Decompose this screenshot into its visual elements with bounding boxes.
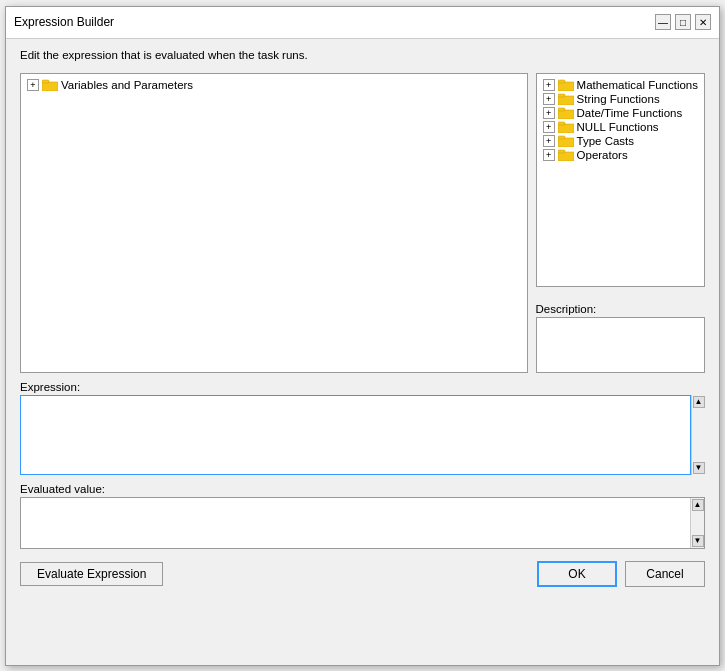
tree-item-null[interactable]: + NULL Functions (541, 120, 700, 134)
left-panel[interactable]: + Variables and Parameters (20, 73, 528, 373)
description-box (536, 317, 705, 373)
evaluated-scrollbar: ▲ ▼ (690, 498, 704, 548)
folder-icon-datetime (558, 107, 574, 119)
instructions-text: Edit the expression that is evaluated wh… (20, 49, 705, 61)
expression-textarea[interactable] (20, 395, 691, 475)
tree-label-typecasts: Type Casts (577, 135, 635, 147)
minimize-icon: — (658, 17, 668, 28)
panels-row: + Variables and Parameters + (20, 73, 705, 373)
minimize-button[interactable]: — (655, 14, 671, 30)
svg-rect-3 (558, 80, 565, 83)
expression-scrollbar: ▲ ▼ (691, 395, 705, 475)
folder-icon-math (558, 79, 574, 91)
expression-textarea-wrapper: ▲ ▼ (20, 395, 705, 475)
evaluated-scroll-down[interactable]: ▼ (692, 535, 704, 547)
expression-section: Expression: ▲ ▼ (20, 381, 705, 475)
cancel-button[interactable]: Cancel (625, 561, 705, 587)
expression-builder-window: Expression Builder — □ ✕ Edit the expres… (5, 6, 720, 666)
close-icon: ✕ (699, 17, 707, 28)
expand-string-button[interactable]: + (543, 93, 555, 105)
svg-rect-2 (558, 82, 574, 91)
ok-button[interactable]: OK (537, 561, 617, 587)
buttons-row: Evaluate Expression OK Cancel (20, 557, 705, 587)
svg-rect-8 (558, 124, 574, 133)
svg-rect-12 (558, 152, 574, 161)
window-content: Edit the expression that is evaluated wh… (6, 39, 719, 665)
evaluated-scroll-up[interactable]: ▲ (692, 499, 704, 511)
title-bar: Expression Builder — □ ✕ (6, 7, 719, 39)
tree-item-math[interactable]: + Mathematical Functions (541, 78, 700, 92)
svg-rect-9 (558, 122, 565, 125)
window-title: Expression Builder (14, 15, 114, 29)
tree-item-datetime[interactable]: + Date/Time Functions (541, 106, 700, 120)
svg-rect-10 (558, 138, 574, 147)
expand-operators-button[interactable]: + (543, 149, 555, 161)
right-tree[interactable]: + Mathematical Functions + (536, 73, 705, 287)
expression-scroll-down[interactable]: ▼ (693, 462, 705, 474)
right-buttons: OK Cancel (537, 561, 705, 587)
tree-label-math: Mathematical Functions (577, 79, 698, 91)
tree-label-null: NULL Functions (577, 121, 659, 133)
tree-item-typecasts[interactable]: + Type Casts (541, 134, 700, 148)
folder-icon-operators (558, 149, 574, 161)
close-button[interactable]: ✕ (695, 14, 711, 30)
tree-item-string[interactable]: + String Functions (541, 92, 700, 106)
expand-math-button[interactable]: + (543, 79, 555, 91)
tree-label-variables: Variables and Parameters (61, 79, 193, 91)
folder-icon-string (558, 93, 574, 105)
tree-label-datetime: Date/Time Functions (577, 107, 683, 119)
svg-rect-7 (558, 108, 565, 111)
tree-item-variables[interactable]: + Variables and Parameters (25, 78, 523, 92)
description-label: Description: (536, 303, 705, 315)
expand-null-button[interactable]: + (543, 121, 555, 133)
tree-label-string: String Functions (577, 93, 660, 105)
expand-typecasts-button[interactable]: + (543, 135, 555, 147)
svg-rect-6 (558, 110, 574, 119)
maximize-icon: □ (680, 17, 686, 28)
evaluated-label: Evaluated value: (20, 483, 705, 495)
description-section: Description: (536, 303, 705, 373)
svg-rect-4 (558, 96, 574, 105)
tree-label-operators: Operators (577, 149, 628, 161)
right-panel-inner: + Mathematical Functions + (536, 73, 705, 373)
svg-rect-13 (558, 150, 565, 153)
title-bar-left: Expression Builder (14, 15, 114, 29)
evaluated-section: Evaluated value: ▲ ▼ (20, 483, 705, 549)
folder-icon-null (558, 121, 574, 133)
svg-rect-0 (42, 82, 58, 91)
svg-rect-1 (42, 80, 49, 83)
evaluate-expression-button[interactable]: Evaluate Expression (20, 562, 163, 586)
expression-scroll-up[interactable]: ▲ (693, 396, 705, 408)
expand-variables-button[interactable]: + (27, 79, 39, 91)
expression-label: Expression: (20, 381, 705, 393)
evaluated-box: ▲ ▼ (20, 497, 705, 549)
title-bar-controls: — □ ✕ (655, 14, 711, 30)
tree-item-operators[interactable]: + Operators (541, 148, 700, 162)
svg-rect-11 (558, 136, 565, 139)
folder-icon-variables (42, 79, 58, 91)
svg-rect-5 (558, 94, 565, 97)
expand-datetime-button[interactable]: + (543, 107, 555, 119)
folder-icon-typecasts (558, 135, 574, 147)
maximize-button[interactable]: □ (675, 14, 691, 30)
